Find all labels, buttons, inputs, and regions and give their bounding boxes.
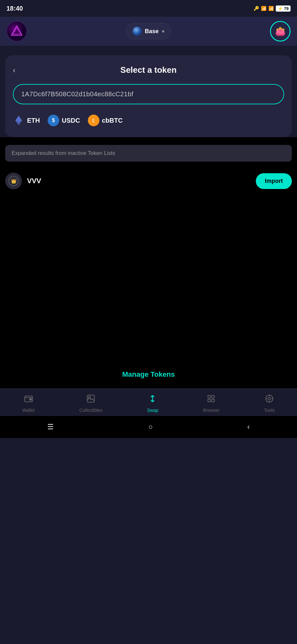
token-result-row: 👑 VVV Import xyxy=(5,169,292,193)
nav-item-wallet[interactable]: Wallet xyxy=(22,394,34,413)
tools-nav-icon xyxy=(265,394,274,406)
expanded-results-label: Expanded results from inactive Token Lis… xyxy=(5,145,292,162)
svg-rect-8 xyxy=(87,395,94,402)
cbbtc-icon: ₿ xyxy=(88,115,99,126)
svg-rect-13 xyxy=(212,399,214,402)
network-selector[interactable]: Base ▾ xyxy=(126,23,171,39)
android-nav: ☰ ○ ‹ xyxy=(0,416,297,438)
wallet-nav-icon xyxy=(24,394,33,406)
usdc-label: USDC xyxy=(62,117,80,124)
wallet-button[interactable]: 👛 xyxy=(270,21,291,42)
android-home-btn[interactable]: ○ xyxy=(142,420,159,434)
eth-icon xyxy=(13,115,24,126)
key-icon: 🔑 xyxy=(254,6,259,11)
wifi-icon: 📶 xyxy=(261,6,266,11)
browser-nav-icon xyxy=(206,394,216,406)
usdc-icon: $ xyxy=(48,115,59,126)
network-name: Base xyxy=(145,28,159,35)
svg-rect-12 xyxy=(208,399,210,402)
tools-nav-label: Tools xyxy=(264,408,275,413)
token-result-left: 👑 VVV xyxy=(5,173,41,189)
eth-label: ETH xyxy=(27,117,40,124)
svg-point-15 xyxy=(268,397,271,400)
svg-rect-10 xyxy=(208,395,210,398)
app-logo xyxy=(6,21,27,42)
battery-indicator: ⚡ 79 xyxy=(276,5,291,12)
wallet-icon: 👛 xyxy=(275,26,285,36)
manage-tokens-link[interactable]: Manage Tokens xyxy=(122,361,175,388)
network-icon xyxy=(133,27,142,36)
vvv-token-icon: 👑 xyxy=(5,173,22,189)
svg-rect-7 xyxy=(30,399,32,400)
svg-text:👑: 👑 xyxy=(11,178,17,184)
collectibles-nav-icon xyxy=(86,394,96,406)
back-button[interactable]: ‹ xyxy=(13,66,15,75)
android-menu-btn[interactable]: ☰ xyxy=(41,420,60,434)
swap-nav-label: Swap xyxy=(147,408,158,413)
nav-item-collectibles[interactable]: Collectibles xyxy=(79,394,103,413)
nav-item-browser[interactable]: Browser xyxy=(203,394,219,413)
import-button[interactable]: Import xyxy=(256,173,292,189)
usdc-chip[interactable]: $ USDC xyxy=(48,115,80,126)
results-area: Expanded results from inactive Token Lis… xyxy=(0,137,297,363)
svg-rect-11 xyxy=(212,395,214,398)
svg-marker-1 xyxy=(14,28,20,34)
nav-item-tools[interactable]: Tools xyxy=(264,394,275,413)
main-content: ‹ Select a token 1A7Dc6f7B508C02d1b04ec8… xyxy=(0,46,297,388)
status-time: 18:40 xyxy=(6,5,23,12)
status-right: 🔑 📶 📶 ⚡ 79 xyxy=(254,5,291,12)
nav-item-swap[interactable]: Swap xyxy=(147,394,158,413)
vvv-token-name: VVV xyxy=(27,177,41,185)
wallet-nav-label: Wallet xyxy=(22,408,34,413)
signal-icon: 📶 xyxy=(268,6,274,11)
status-bar: 18:40 🔑 📶 📶 ⚡ 79 xyxy=(0,0,297,17)
token-card-header: ‹ Select a token xyxy=(13,65,284,75)
bottom-nav: Wallet Collectibles Swap xyxy=(0,388,297,416)
cbbtc-label: cbBTC xyxy=(102,117,123,124)
swap-nav-icon xyxy=(148,394,157,406)
chevron-down-icon: ▾ xyxy=(162,28,164,34)
collectibles-nav-label: Collectibles xyxy=(79,408,103,413)
browser-nav-label: Browser xyxy=(203,408,219,413)
results-wrapper: Expanded results from inactive Token Lis… xyxy=(0,137,297,388)
android-back-btn[interactable]: ‹ xyxy=(241,420,256,434)
cbbtc-chip[interactable]: ₿ cbBTC xyxy=(88,115,123,126)
token-select-title: Select a token xyxy=(13,65,284,75)
search-input[interactable]: 1A7Dc6f7B508C02d1b04ec88cC21bf xyxy=(21,90,276,98)
app-header: Base ▾ 👛 xyxy=(0,17,297,46)
quick-token-chips: ETH $ USDC ₿ cbBTC xyxy=(13,113,284,128)
search-wrapper[interactable]: 1A7Dc6f7B508C02d1b04ec88cC21bf xyxy=(13,84,284,104)
eth-chip[interactable]: ETH xyxy=(13,115,40,126)
token-select-card: ‹ Select a token 1A7Dc6f7B508C02d1b04ec8… xyxy=(5,55,292,137)
